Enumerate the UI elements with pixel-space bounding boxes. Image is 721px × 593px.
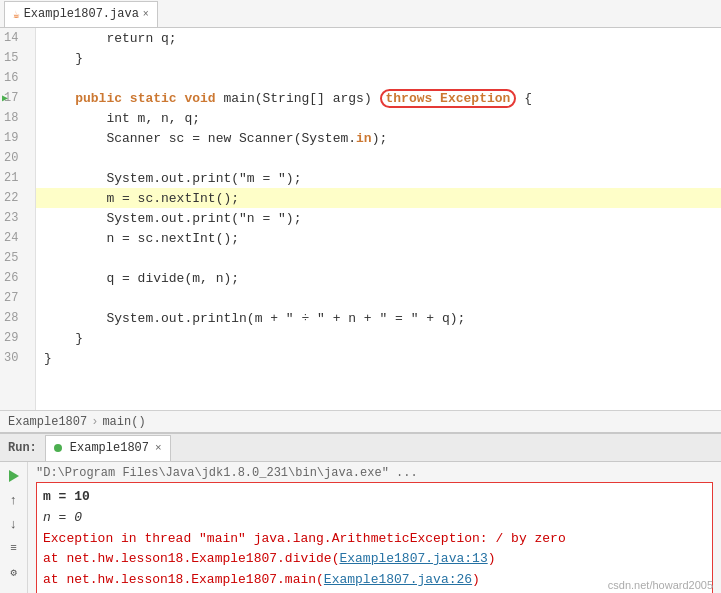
- code-token: out: [161, 171, 184, 186]
- down-button[interactable]: ↓: [4, 514, 24, 534]
- up-button[interactable]: ↑: [4, 490, 24, 510]
- code-token: main(String[] args): [216, 91, 380, 106]
- code-token: [177, 91, 185, 106]
- run-command-line: "D:\Program Files\Java\jdk1.8.0_231\bin\…: [36, 466, 713, 480]
- line-number-row: 15: [0, 48, 35, 68]
- line-number: 23: [4, 211, 18, 225]
- line-number-row: 14: [0, 28, 35, 48]
- output-link[interactable]: Example1807.java:13: [339, 551, 487, 566]
- line-number: 20: [4, 151, 18, 165]
- code-line: }: [36, 328, 721, 348]
- tab-close-button[interactable]: ×: [143, 9, 149, 20]
- code-token: in: [356, 131, 372, 146]
- code-token: System.: [44, 171, 161, 186]
- code-line: [36, 68, 721, 88]
- run-tab-close[interactable]: ×: [155, 442, 162, 454]
- line-number-row: 22: [0, 188, 35, 208]
- breadcrumb: Example1807 › main(): [0, 410, 721, 432]
- line-number: 15: [4, 51, 18, 65]
- line-number-row: 19: [0, 128, 35, 148]
- output-line: at net.hw.lesson18.Example1807.divide(Ex…: [43, 549, 706, 570]
- line-number-row: 20: [0, 148, 35, 168]
- code-area: 141516▶1718192021222324252627282930 retu…: [0, 28, 721, 410]
- code-token: return q;: [44, 31, 177, 46]
- run-tab-bar: Run: Example1807 ×: [0, 434, 721, 462]
- line-number: 16: [4, 71, 18, 85]
- code-token: q = divide(m, n);: [44, 271, 239, 286]
- code-line: m = sc.nextInt();: [36, 188, 721, 208]
- line-number-row: 18: [0, 108, 35, 128]
- breadcrumb-method: main(): [102, 415, 145, 429]
- play-icon: [9, 470, 19, 482]
- settings-button[interactable]: ⚙: [4, 562, 24, 582]
- code-lines[interactable]: return q; } public static void main(Stri…: [36, 28, 721, 410]
- code-line: System.out.print("m = ");: [36, 168, 721, 188]
- wrap-button[interactable]: ≡: [4, 538, 24, 558]
- code-editor: 141516▶1718192021222324252627282930 retu…: [0, 28, 721, 410]
- line-number-row: 23: [0, 208, 35, 228]
- code-token: {: [516, 91, 532, 106]
- code-line: [36, 288, 721, 308]
- output-line: at net.hw.lesson18.Example1807.main(Exam…: [43, 570, 706, 591]
- line-number: 22: [4, 191, 18, 205]
- tab-filename: Example1807.java: [24, 7, 139, 21]
- code-token: System.: [44, 211, 161, 226]
- code-token: m = sc.nextInt();: [44, 191, 239, 206]
- line-number-row: 21: [0, 168, 35, 188]
- line-number-row: 26: [0, 268, 35, 288]
- code-line: [36, 148, 721, 168]
- code-token: .print("m = ");: [184, 171, 301, 186]
- code-token: out: [161, 311, 184, 326]
- code-token: n = sc.nextInt();: [44, 231, 239, 246]
- code-line: public static void main(String[] args) t…: [36, 88, 721, 108]
- breadcrumb-file: Example1807: [8, 415, 87, 429]
- line-number-row: ▶17: [0, 88, 35, 108]
- line-number-row: 28: [0, 308, 35, 328]
- file-tab[interactable]: ☕ Example1807.java ×: [4, 1, 158, 27]
- tab-bar: ☕ Example1807.java ×: [0, 0, 721, 28]
- code-line: }: [36, 348, 721, 368]
- code-line: q = divide(m, n);: [36, 268, 721, 288]
- code-token: void: [184, 91, 215, 106]
- line-number-row: 24: [0, 228, 35, 248]
- line-number: 18: [4, 111, 18, 125]
- output-line: Exception in thread "main" java.lang.Ari…: [43, 529, 706, 550]
- code-line: [36, 248, 721, 268]
- code-token: [122, 91, 130, 106]
- code-token: }: [44, 351, 52, 366]
- code-token: out: [161, 211, 184, 226]
- code-line: Scanner sc = new Scanner(System.in);: [36, 128, 721, 148]
- line-numbers: 141516▶1718192021222324252627282930: [0, 28, 36, 410]
- run-output: "D:\Program Files\Java\jdk1.8.0_231\bin\…: [28, 462, 721, 593]
- code-token: System.: [44, 311, 161, 326]
- line-number: 26: [4, 271, 18, 285]
- line-number: 30: [4, 351, 18, 365]
- code-token: int m, n, q;: [44, 111, 200, 126]
- code-token: static: [130, 91, 177, 106]
- output-line: n = 0: [43, 508, 706, 529]
- line-number-row: 27: [0, 288, 35, 308]
- output-link[interactable]: Example1807.java:26: [324, 572, 472, 587]
- output-line: m = 10: [43, 487, 706, 508]
- run-tab-name: Example1807: [70, 441, 149, 455]
- run-label: Run:: [4, 441, 45, 455]
- line-number: 28: [4, 311, 18, 325]
- run-content: ↑ ↓ ≡ ⚙ "D:\Program Files\Java\jdk1.8.0_…: [0, 462, 721, 593]
- code-token: .println(m + " ÷ " + n + " = " + q);: [184, 311, 465, 326]
- run-tab[interactable]: Example1807 ×: [45, 435, 171, 461]
- code-token: [44, 91, 75, 106]
- line-number: 24: [4, 231, 18, 245]
- line-number: 19: [4, 131, 18, 145]
- code-line: return q;: [36, 28, 721, 48]
- breadcrumb-separator: ›: [91, 415, 98, 429]
- code-line: System.out.print("n = ");: [36, 208, 721, 228]
- line-number: 21: [4, 171, 18, 185]
- play-button[interactable]: [4, 466, 24, 486]
- code-line: System.out.println(m + " ÷ " + n + " = "…: [36, 308, 721, 328]
- code-token: .print("n = ");: [184, 211, 301, 226]
- line-number: 14: [4, 31, 18, 45]
- watermark: csdn.net/howard2005: [608, 579, 713, 591]
- code-token: }: [44, 51, 83, 66]
- code-line: int m, n, q;: [36, 108, 721, 128]
- line-number-row: 16: [0, 68, 35, 88]
